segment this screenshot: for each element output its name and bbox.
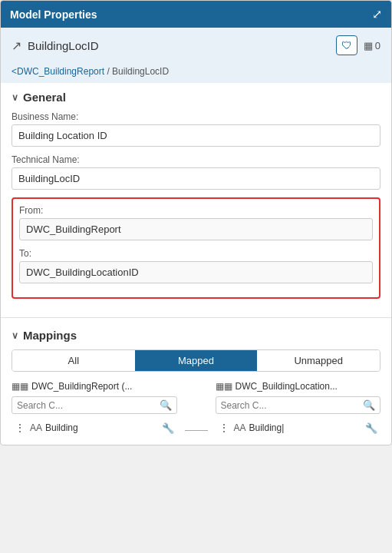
left-col-header: ▦▦ DWC_BuildingReport (... bbox=[12, 381, 177, 392]
right-item-label: Building| bbox=[249, 422, 362, 433]
right-search-icon: 🔍 bbox=[363, 399, 375, 411]
mappings-section: ∨ Mappings All Mapped Unmapped ▦▦ DWC_Bu… bbox=[1, 321, 391, 445]
general-section-header: ∨ General bbox=[12, 91, 380, 104]
connector-area bbox=[185, 381, 208, 437]
right-item-dots-icon[interactable]: ⋮ bbox=[219, 422, 229, 434]
entity-actions: 🛡 ▦ 0 bbox=[336, 35, 380, 55]
panel-title: Model Properties bbox=[10, 8, 97, 21]
breadcrumb-separator: / bbox=[104, 66, 112, 77]
left-mapping-item: ⋮ AA Building 🔧 bbox=[12, 419, 177, 437]
tab-all[interactable]: All bbox=[12, 350, 135, 371]
expand-icon[interactable]: ⤢ bbox=[372, 7, 382, 22]
grid-badge: ▦ 0 bbox=[364, 40, 380, 51]
technical-name-input[interactable] bbox=[12, 167, 380, 190]
left-search-input[interactable] bbox=[17, 400, 156, 411]
entity-name-row: ↗ BuildingLocID bbox=[12, 38, 99, 53]
mappings-chevron-icon[interactable]: ∨ bbox=[12, 330, 18, 341]
from-group: From: bbox=[19, 205, 373, 240]
right-item-aa-icon: AA bbox=[234, 422, 246, 433]
from-input[interactable] bbox=[19, 218, 373, 240]
left-item-dots-icon[interactable]: ⋮ bbox=[15, 422, 25, 434]
mapping-columns: ▦▦ DWC_BuildingReport (... 🔍 ⋮ AA Buildi… bbox=[12, 381, 380, 437]
right-mapping-item: ⋮ AA Building| 🔧 bbox=[216, 419, 381, 437]
right-col-header: ▦▦ DWC_BuildingLocation... bbox=[216, 381, 381, 392]
shield-icon: 🛡 bbox=[341, 39, 352, 51]
left-item-label: Building bbox=[45, 422, 158, 433]
technical-name-group: Technical Name: bbox=[12, 154, 380, 190]
breadcrumb-link[interactable]: <DWC_BuildingReport bbox=[12, 66, 104, 77]
entity-name-label: BuildingLocID bbox=[28, 39, 99, 52]
breadcrumb-current: BuildingLocID bbox=[112, 66, 169, 77]
mappings-section-header: ∨ Mappings bbox=[12, 329, 380, 342]
entity-row: ↗ BuildingLocID 🛡 ▦ 0 bbox=[1, 28, 391, 63]
left-mapping-col: ▦▦ DWC_BuildingReport (... 🔍 ⋮ AA Buildi… bbox=[12, 381, 177, 437]
left-item-aa-icon: AA bbox=[30, 422, 42, 433]
panel-body: ↗ BuildingLocID 🛡 ▦ 0 <DWC_BuildingRepor… bbox=[1, 28, 391, 445]
shield-button[interactable]: 🛡 bbox=[336, 35, 357, 55]
business-name-label: Business Name: bbox=[12, 111, 380, 122]
general-section-label: General bbox=[23, 91, 66, 104]
technical-name-label: Technical Name: bbox=[12, 154, 380, 165]
model-properties-panel: Model Properties ⤢ ↗ BuildingLocID 🛡 ▦ 0… bbox=[0, 0, 392, 445]
entity-arrow-icon: ↗ bbox=[12, 38, 21, 53]
left-col-icon: ▦▦ bbox=[12, 381, 28, 392]
connector-line bbox=[185, 430, 208, 431]
left-search-row: 🔍 bbox=[12, 396, 177, 414]
right-mapping-col: ▦▦ DWC_BuildingLocation... 🔍 ⋮ AA Buildi… bbox=[216, 381, 381, 437]
right-search-input[interactable] bbox=[221, 400, 361, 411]
from-label: From: bbox=[19, 205, 373, 216]
business-name-input[interactable] bbox=[12, 124, 380, 147]
right-col-icon: ▦▦ bbox=[216, 381, 232, 392]
from-to-box: From: To: bbox=[12, 197, 380, 299]
grid-icon: ▦ bbox=[364, 40, 373, 51]
general-chevron-icon[interactable]: ∨ bbox=[12, 92, 18, 103]
to-label: To: bbox=[19, 248, 373, 259]
breadcrumb: <DWC_BuildingReport / BuildingLocID bbox=[1, 63, 391, 83]
right-item-action-icon[interactable]: 🔧 bbox=[365, 422, 377, 434]
mappings-section-label: Mappings bbox=[23, 329, 77, 342]
business-name-group: Business Name: bbox=[12, 111, 380, 147]
section-divider bbox=[1, 317, 391, 318]
right-search-row: 🔍 bbox=[216, 396, 381, 414]
connector-line-row bbox=[185, 430, 208, 431]
left-col-title: DWC_BuildingReport (... bbox=[31, 381, 132, 392]
general-section: ∨ General Business Name: Technical Name:… bbox=[1, 83, 391, 314]
tab-mapped[interactable]: Mapped bbox=[135, 350, 258, 371]
panel-header: Model Properties ⤢ bbox=[1, 1, 391, 28]
right-col-title: DWC_BuildingLocation... bbox=[236, 381, 338, 392]
mapping-tabs: All Mapped Unmapped bbox=[12, 349, 380, 372]
grid-count: 0 bbox=[375, 40, 380, 51]
to-group: To: bbox=[19, 248, 373, 283]
left-item-action-icon[interactable]: 🔧 bbox=[162, 422, 174, 434]
left-search-icon: 🔍 bbox=[160, 399, 172, 411]
to-input[interactable] bbox=[19, 261, 373, 283]
tab-unmapped[interactable]: Unmapped bbox=[257, 350, 380, 371]
